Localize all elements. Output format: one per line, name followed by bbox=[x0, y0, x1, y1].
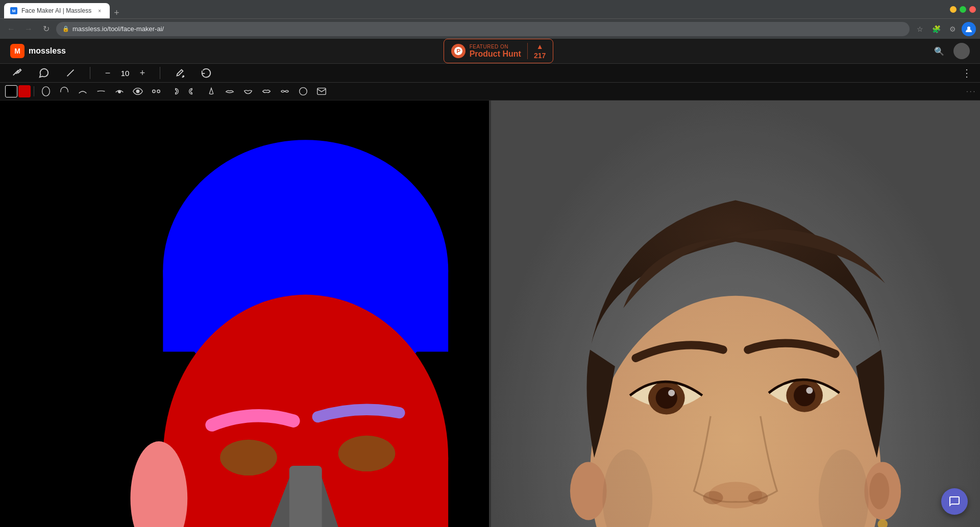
brush-size-decrease[interactable]: − bbox=[101, 66, 115, 80]
svg-point-2 bbox=[183, 76, 185, 78]
eye-half-button[interactable] bbox=[111, 83, 128, 100]
brush-size-increase[interactable]: + bbox=[135, 66, 150, 80]
svg-point-28 bbox=[570, 462, 607, 520]
svg-point-36 bbox=[703, 491, 723, 504]
hair-shape-button[interactable] bbox=[56, 83, 73, 100]
lips-full-button[interactable] bbox=[258, 83, 275, 100]
tab-title: Face Maker AI | Massless bbox=[21, 7, 91, 14]
svg-point-4 bbox=[118, 91, 121, 93]
drawing-toolbar: − 10 + ⋮ bbox=[0, 64, 980, 83]
url-text: massless.io/tool/face-maker-ai/ bbox=[72, 25, 164, 33]
back-button[interactable]: ← bbox=[4, 22, 18, 36]
search-button[interactable]: 🔍 bbox=[931, 43, 947, 59]
address-bar[interactable]: 🔒 massless.io/tool/face-maker-ai/ bbox=[56, 22, 910, 36]
face-drawing-svg[interactable] bbox=[0, 101, 489, 527]
svg-point-3 bbox=[42, 87, 50, 96]
ph-name: Product Hunt bbox=[470, 49, 521, 59]
new-tab-button[interactable]: + bbox=[110, 8, 124, 18]
svg-line-1 bbox=[67, 70, 74, 77]
svg-rect-19 bbox=[289, 466, 322, 527]
maximize-button[interactable] bbox=[960, 6, 966, 13]
shape-toolbar-right: · · · bbox=[966, 88, 975, 95]
face-lines-button[interactable] bbox=[276, 83, 293, 100]
chat-icon bbox=[948, 495, 961, 508]
svg-rect-9 bbox=[317, 88, 326, 95]
brush-size-value: 10 bbox=[119, 69, 131, 78]
fill-tool-button[interactable] bbox=[170, 64, 189, 82]
app-container: M mossless FEATURED ON Product Hunt ▲ 21… bbox=[0, 39, 980, 527]
svg-point-8 bbox=[300, 88, 307, 95]
svg-point-30 bbox=[656, 387, 677, 409]
color-red-swatch[interactable] bbox=[18, 85, 31, 97]
shape-toolbar: · · · bbox=[0, 83, 980, 101]
toolbar-actions: ☆ 🧩 ⚙ bbox=[913, 22, 976, 36]
svg-point-17 bbox=[220, 440, 277, 475]
forward-button[interactable]: → bbox=[21, 22, 36, 36]
oval-shape-button[interactable] bbox=[295, 83, 312, 100]
eyebrow-flat-button[interactable] bbox=[92, 83, 110, 100]
ph-vote-count: 217 bbox=[534, 52, 546, 60]
photo-result-svg bbox=[491, 101, 980, 527]
lips-lower-button[interactable] bbox=[239, 83, 257, 100]
eyes-pair-button[interactable] bbox=[148, 83, 165, 100]
face-outline-shape[interactable] bbox=[37, 83, 55, 100]
svg-point-33 bbox=[794, 385, 815, 406]
svg-point-26 bbox=[869, 473, 889, 510]
browser-toolbar: ← → ↻ 🔒 massless.io/tool/face-maker-ai/ … bbox=[0, 18, 980, 39]
brush-tool-button[interactable] bbox=[8, 64, 27, 82]
nose-small-button[interactable] bbox=[203, 83, 220, 100]
zoom-indicator: · · · bbox=[966, 88, 975, 95]
photo-result-area bbox=[491, 101, 980, 527]
header-right: 🔍 bbox=[931, 43, 970, 59]
ear-right-button[interactable] bbox=[166, 83, 183, 100]
eyebrow-curve-button[interactable] bbox=[74, 83, 91, 100]
profile-settings-button[interactable]: ⚙ bbox=[945, 22, 960, 36]
chat-button[interactable] bbox=[941, 488, 968, 515]
pen-tool-button[interactable] bbox=[35, 64, 53, 82]
tab-favicon: M bbox=[10, 7, 17, 14]
logo-text: mossless bbox=[29, 46, 66, 56]
ph-text-group: FEATURED ON Product Hunt bbox=[470, 44, 521, 59]
browser-tabs: M Face Maker AI | Massless × + bbox=[4, 0, 942, 18]
toolbar-separator-1 bbox=[90, 67, 90, 79]
ph-vote-section[interactable]: ▲ 217 bbox=[534, 42, 546, 60]
lock-icon: 🔒 bbox=[62, 26, 69, 32]
ear-left-button[interactable] bbox=[184, 83, 202, 100]
main-area bbox=[0, 101, 980, 527]
envelope-shape-button[interactable] bbox=[313, 83, 330, 100]
ph-upvote-arrow: ▲ bbox=[536, 42, 544, 51]
drawing-canvas-area[interactable] bbox=[0, 101, 489, 527]
user-avatar-button[interactable] bbox=[953, 43, 970, 59]
minimize-button[interactable] bbox=[950, 6, 957, 13]
reload-button[interactable]: ↻ bbox=[39, 22, 53, 36]
color-black-swatch[interactable] bbox=[5, 85, 17, 97]
logo-mark: M bbox=[10, 44, 24, 58]
bookmark-star-button[interactable]: ☆ bbox=[913, 22, 927, 36]
ph-logo-icon bbox=[451, 44, 465, 58]
toolbar-separator-2 bbox=[160, 67, 160, 79]
svg-point-5 bbox=[136, 90, 139, 93]
close-button[interactable] bbox=[969, 6, 976, 13]
lips-upper-button[interactable] bbox=[221, 83, 238, 100]
more-options-button[interactable]: ⋮ bbox=[962, 67, 972, 79]
eye-open-button[interactable] bbox=[129, 83, 146, 100]
tab-close-button[interactable]: × bbox=[95, 7, 104, 15]
ph-featured-label: FEATURED ON bbox=[470, 44, 521, 49]
svg-point-7 bbox=[157, 90, 160, 93]
line-tool-button[interactable] bbox=[61, 64, 80, 82]
undo-button[interactable] bbox=[197, 64, 215, 82]
active-tab[interactable]: M Face Maker AI | Massless × bbox=[4, 3, 110, 18]
extension-button[interactable]: 🧩 bbox=[929, 22, 943, 36]
svg-point-6 bbox=[153, 90, 156, 93]
window-controls bbox=[946, 6, 976, 13]
ph-left: FEATURED ON Product Hunt bbox=[451, 44, 521, 59]
svg-point-34 bbox=[806, 387, 813, 394]
app-logo: M mossless bbox=[10, 44, 66, 58]
svg-point-37 bbox=[748, 491, 768, 504]
browser-chrome: M Face Maker AI | Massless × + bbox=[0, 0, 980, 18]
product-hunt-badge[interactable]: FEATURED ON Product Hunt ▲ 217 bbox=[444, 39, 554, 63]
app-header: M mossless FEATURED ON Product Hunt ▲ 21… bbox=[0, 39, 980, 64]
profile-avatar-button[interactable] bbox=[962, 22, 976, 36]
shape-separator-1 bbox=[34, 86, 34, 96]
svg-point-31 bbox=[668, 390, 675, 396]
